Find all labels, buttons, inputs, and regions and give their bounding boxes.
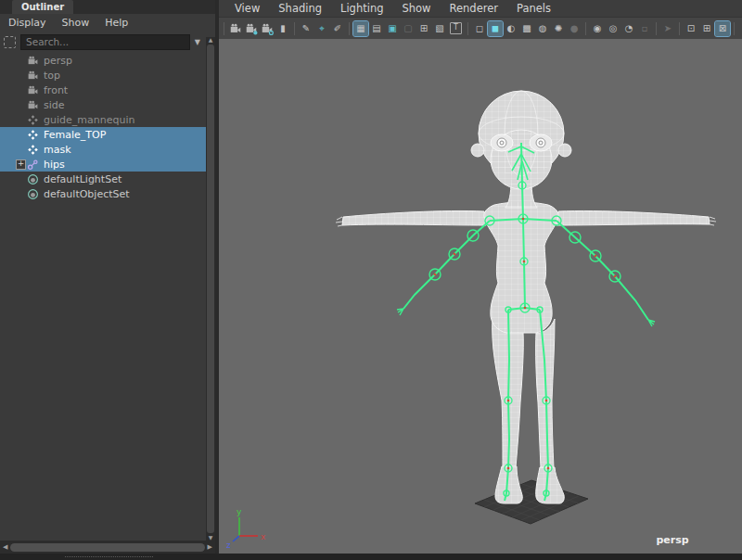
scroll-left-icon[interactable]: ◀ xyxy=(3,544,7,551)
outliner-item-defaultobjectset[interactable]: defaultObjectSet xyxy=(0,186,206,201)
item-label: top xyxy=(44,70,60,82)
camera-icon xyxy=(27,70,40,82)
outliner-item-guide-mannequin[interactable]: guide_mannequin xyxy=(0,112,206,127)
extra-display-icon[interactable]: ▫ xyxy=(637,21,652,36)
horizontal-scrollbar[interactable]: ◀ ▶ xyxy=(0,541,215,554)
outliner-item-defaultlightset[interactable]: defaultLightSet xyxy=(0,172,206,186)
outliner-list: persp top front side guide_mannequin xyxy=(0,53,206,541)
sculpt-icon[interactable]: ✐ xyxy=(330,21,345,36)
snap-icon[interactable]: ⌖ xyxy=(314,21,329,36)
film-gate-icon[interactable]: ▤ xyxy=(369,21,384,36)
separator xyxy=(679,22,680,35)
set-icon xyxy=(27,173,40,185)
refresh-icon[interactable]: ↻ xyxy=(738,21,742,36)
lighting-toggle-icon[interactable]: ✺ xyxy=(551,21,566,36)
shaded-mode-icon[interactable]: ◼ xyxy=(488,21,503,36)
motion-blur-icon[interactable]: ◎ xyxy=(606,21,620,36)
ambient-occlusion-icon[interactable]: ◉ xyxy=(590,21,605,36)
outliner-item-female-top[interactable]: Female_TOP xyxy=(0,127,206,142)
item-label: guide_mannequin xyxy=(44,114,134,126)
search-input[interactable] xyxy=(20,34,190,50)
camera-name-label: persp xyxy=(645,534,700,546)
outliner-menubar: Display Show Help xyxy=(0,14,215,32)
maya-workspace: Outliner Display Show Help ▼ persp top xyxy=(0,0,742,560)
menu-display[interactable]: Display xyxy=(8,17,46,29)
item-label: Female_TOP xyxy=(44,129,106,141)
vertical-scrollbar[interactable]: ▲ ▼ xyxy=(206,37,215,541)
viewport-canvas[interactable]: y x z persp xyxy=(219,39,742,554)
viewport-toolbar: ▮ ✎ ⌖ ✐ ▦ ▤ ▣ ▢ ⊞ ▧ T ◻ ◼ ◐ ▩ ◍ ✺ ● ◉ ◎ … xyxy=(219,17,742,40)
safe-title-icon[interactable]: T xyxy=(450,22,462,34)
menu-view[interactable]: View xyxy=(225,2,269,15)
menu-panels[interactable]: Panels xyxy=(507,2,560,15)
menu-renderer[interactable]: Renderer xyxy=(441,2,508,15)
outliner-item-hips[interactable]: + hips xyxy=(0,157,206,172)
isolate-select-icon[interactable]: ⊠ xyxy=(715,21,730,36)
isolate-add-icon[interactable]: ⊞ xyxy=(699,21,714,36)
menu-show[interactable]: Show xyxy=(62,17,90,29)
scroll-thumb[interactable] xyxy=(10,543,204,552)
multisample-icon[interactable]: ◔ xyxy=(621,21,636,36)
item-label: hips xyxy=(44,159,65,171)
outliner-item-persp[interactable]: persp xyxy=(0,53,206,68)
textured-mode-icon[interactable]: ▩ xyxy=(519,21,534,36)
shadows-icon[interactable]: ● xyxy=(567,21,582,36)
isolate-view-icon[interactable]: ⊡ xyxy=(684,21,698,36)
camera-icon[interactable] xyxy=(228,21,243,36)
item-label: persp xyxy=(44,55,72,67)
transform-icon xyxy=(27,114,40,126)
joint-icon xyxy=(27,159,40,171)
transform-icon xyxy=(27,144,40,156)
separator xyxy=(734,22,735,35)
separator xyxy=(585,22,586,35)
wireframe-on-shaded-icon[interactable]: ◐ xyxy=(504,21,518,36)
resize-grip[interactable] xyxy=(65,556,153,557)
outliner-item-side[interactable]: side xyxy=(0,97,206,112)
scene-3d[interactable]: y x z xyxy=(219,39,742,554)
gate-mask-icon[interactable]: ▢ xyxy=(401,21,416,36)
separator xyxy=(656,22,657,35)
safe-action-icon[interactable]: ▧ xyxy=(432,21,447,36)
scroll-right-icon[interactable]: ▶ xyxy=(208,544,212,551)
item-label: defaultLightSet xyxy=(44,173,122,185)
outliner-search-row: ▼ xyxy=(0,32,215,52)
camera-icon xyxy=(27,84,40,96)
outliner-item-front[interactable]: front xyxy=(0,83,206,97)
ground-plane[interactable] xyxy=(475,480,588,524)
scroll-thumb[interactable] xyxy=(207,45,214,533)
field-chart-icon[interactable]: ⊞ xyxy=(416,21,431,36)
menu-help[interactable]: Help xyxy=(105,17,128,29)
select-tool-icon[interactable]: ➤ xyxy=(660,21,675,36)
expand-icon[interactable]: + xyxy=(16,159,26,170)
outliner-tab[interactable]: Outliner xyxy=(12,0,73,14)
item-label: front xyxy=(44,84,68,96)
camera-attributes-icon[interactable] xyxy=(260,21,275,36)
menu-shading[interactable]: Shading xyxy=(269,2,331,15)
outliner-tabbar: Outliner xyxy=(0,0,215,14)
camera-icon xyxy=(27,99,40,111)
item-label: side xyxy=(44,99,65,111)
axis-gizmo: y x z xyxy=(226,507,266,550)
menu-show[interactable]: Show xyxy=(393,2,441,15)
transform-icon xyxy=(27,129,40,141)
outliner-item-mask[interactable]: mask xyxy=(0,142,206,157)
character-mesh[interactable] xyxy=(336,91,716,503)
resolution-gate-icon[interactable]: ▣ xyxy=(385,21,400,36)
search-dropdown-icon[interactable]: ▼ xyxy=(195,38,200,46)
separator xyxy=(294,22,295,35)
menu-lighting[interactable]: Lighting xyxy=(331,2,392,15)
grid-toggle-icon[interactable]: ▦ xyxy=(353,21,368,36)
scroll-up-icon[interactable]: ▲ xyxy=(209,37,213,43)
wireframe-mode-icon[interactable]: ◻ xyxy=(472,21,487,36)
outliner-item-top[interactable]: top xyxy=(0,68,206,83)
item-label: mask xyxy=(44,144,71,156)
paint-effects-icon[interactable]: ✎ xyxy=(299,21,313,36)
default-material-icon[interactable]: ◍ xyxy=(535,21,550,36)
item-label: defaultObjectSet xyxy=(44,188,130,200)
camera-lock-icon[interactable] xyxy=(244,21,259,36)
selection-filter-icon[interactable] xyxy=(4,36,16,48)
axis-z-label: z xyxy=(226,541,231,550)
separator xyxy=(467,22,468,35)
bookmark-icon[interactable]: ▮ xyxy=(275,21,290,36)
camera-icon xyxy=(27,55,40,67)
